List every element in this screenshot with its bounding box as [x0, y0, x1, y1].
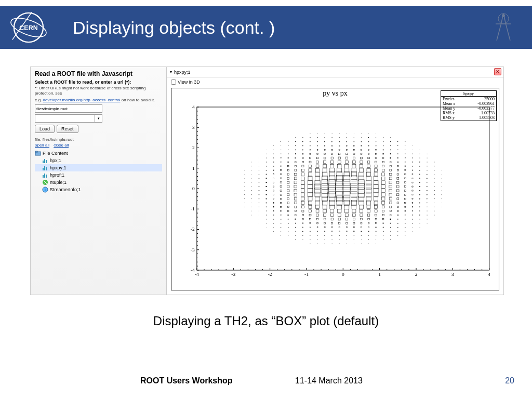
svg-rect-282 [302, 227, 303, 228]
object-bar: ▾ hpxpy;1 ✕ [167, 67, 503, 77]
svg-rect-591 [382, 215, 384, 216]
svg-rect-381 [324, 161, 326, 164]
svg-rect-652 [397, 174, 398, 175]
tree-item[interactable]: ntuple;1 [35, 179, 162, 186]
svg-rect-189 [273, 207, 274, 207]
svg-rect-710 [420, 215, 420, 216]
svg-rect-701 [412, 166, 413, 166]
svg-rect-481 [352, 209, 356, 213]
svg-rect-136 [251, 195, 252, 195]
svg-rect-7 [35, 151, 37, 152]
svg-rect-620 [389, 202, 392, 204]
svg-rect-335 [317, 235, 318, 236]
svg-rect-494 [353, 157, 355, 159]
svg-rect-219 [280, 178, 282, 179]
svg-rect-493 [353, 161, 356, 163]
tree-item[interactable]: hprof;1 [35, 171, 162, 179]
svg-rect-579 [376, 153, 377, 154]
svg-rect-297 [302, 165, 304, 167]
svg-rect-231 [288, 227, 288, 228]
tree-item[interactable]: iStreamerInfo;1 [35, 186, 162, 193]
svg-rect-341 [316, 209, 319, 212]
svg-rect-669 [405, 202, 406, 203]
svg-rect-526 [361, 141, 362, 142]
svg-rect-668 [405, 206, 406, 207]
svg-rect-711 [420, 211, 420, 211]
note-link[interactable]: developer.mozilla.org/http_access_contro… [43, 98, 121, 102]
svg-rect-342 [316, 205, 320, 209]
svg-rect-740 [427, 170, 428, 170]
svg-rect-665 [405, 219, 405, 219]
tree-root[interactable]: File Content [35, 150, 162, 157]
svg-rect-634 [390, 145, 391, 146]
svg-rect-523 [361, 153, 362, 155]
chevron-down-icon[interactable]: ▾ [170, 70, 172, 74]
tree-item[interactable]: hpxpy;1 [35, 164, 162, 171]
svg-rect-249 [288, 154, 288, 154]
svg-rect-193 [273, 190, 274, 191]
svg-rect-489 [351, 176, 357, 181]
svg-rect-565 [375, 210, 377, 212]
svg-rect-286 [302, 210, 304, 212]
svg-rect-415 [332, 138, 332, 138]
tree-item[interactable]: hpx;1 [35, 157, 162, 164]
svg-rect-352 [316, 165, 319, 167]
svg-text:0: 0 [342, 272, 344, 277]
svg-rect-218 [280, 182, 282, 183]
svg-rect-380 [323, 165, 327, 168]
svg-rect-468 [346, 149, 347, 150]
svg-rect-346 [315, 188, 321, 193]
svg-rect-343 [315, 201, 320, 205]
svg-rect-645 [397, 202, 398, 204]
svg-rect-259 [295, 215, 296, 216]
open-all-link[interactable]: open all [35, 143, 49, 148]
svg-rect-737 [427, 182, 428, 183]
svg-rect-410 [331, 157, 333, 159]
svg-rect-384 [324, 149, 325, 150]
svg-rect-374 [322, 188, 328, 193]
histogram-icon: i [42, 187, 48, 193]
view-3d-label: View in 3D [178, 79, 200, 85]
svg-rect-264 [294, 193, 297, 196]
svg-rect-623 [389, 189, 392, 192]
svg-rect-689 [412, 215, 413, 216]
svg-rect-721 [420, 170, 420, 170]
svg-text:-3: -3 [231, 272, 235, 277]
chevron-down-icon: ▾ [95, 115, 102, 122]
svg-rect-420 [339, 231, 340, 232]
svg-rect-198 [273, 170, 274, 170]
svg-rect-171 [266, 194, 267, 195]
svg-rect-554 [368, 141, 369, 142]
svg-rect-288 [301, 202, 304, 204]
url-input[interactable] [35, 104, 102, 113]
svg-rect-677 [405, 170, 406, 171]
svg-rect-276 [296, 145, 296, 146]
svg-text:CERN: CERN [19, 24, 37, 32]
svg-rect-256 [295, 227, 296, 228]
svg-rect-13 [46, 167, 47, 170]
reset-button[interactable]: Reset [57, 125, 78, 133]
svg-rect-734 [427, 194, 428, 195]
load-button[interactable]: Load [35, 125, 55, 133]
close-button[interactable]: ✕ [494, 68, 501, 75]
svg-rect-563 [375, 218, 377, 220]
svg-rect-627 [389, 173, 392, 175]
svg-rect-599 [381, 181, 385, 184]
view-3d-checkbox[interactable] [171, 79, 176, 85]
svg-rect-633 [390, 150, 391, 150]
file-combo[interactable]: ▾ [35, 114, 102, 123]
svg-text:-3: -3 [191, 247, 195, 252]
close-all-link[interactable]: close all [54, 143, 69, 148]
svg-text:-4: -4 [191, 268, 195, 273]
svg-rect-307 [310, 235, 311, 236]
svg-rect-624 [389, 185, 392, 188]
svg-rect-582 [376, 141, 376, 142]
svg-rect-731 [427, 207, 428, 207]
svg-rect-614 [390, 227, 391, 228]
svg-rect-641 [397, 219, 398, 219]
svg-rect-718 [419, 182, 420, 183]
svg-rect-404 [329, 179, 335, 185]
svg-rect-378 [322, 172, 327, 177]
svg-rect-319 [308, 184, 313, 189]
svg-rect-139 [251, 182, 252, 183]
